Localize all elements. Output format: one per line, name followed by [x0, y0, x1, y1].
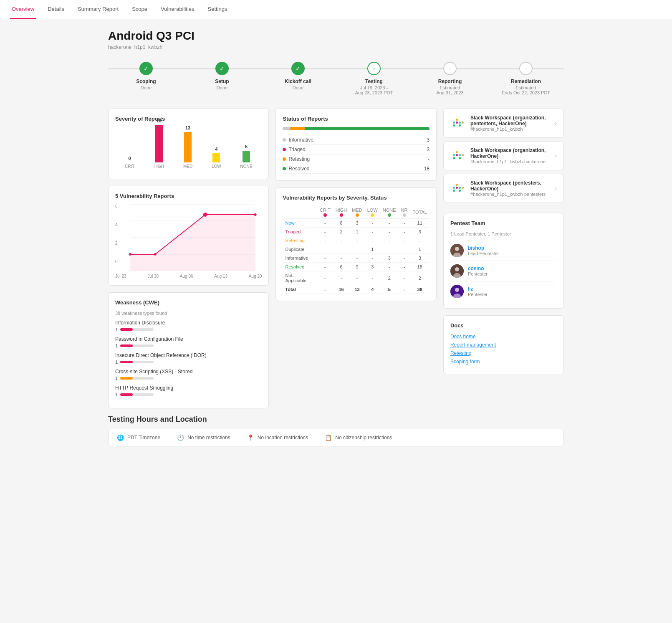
x-label: Aug 06: [180, 274, 193, 279]
slack-workspace-card[interactable]: Slack Workspace (organization, HackerOne…: [443, 141, 564, 170]
vuln-table-header: [283, 206, 317, 219]
vuln-table-row[interactable]: Triaged-21---3: [283, 228, 429, 236]
timeline-step-setup: ✓ Setup Done: [184, 62, 260, 90]
vuln-table-cell[interactable]: Retesting: [283, 236, 317, 245]
svg-rect-13: [456, 119, 458, 121]
nav-item-settings[interactable]: Settings: [206, 0, 229, 19]
svg-point-41: [455, 288, 459, 292]
nav-item-details[interactable]: Details: [46, 0, 66, 19]
status-label: Retesting: [283, 156, 310, 162]
timeline-step-sub: Jul 19, 2023 -Aug 23, 2023 PDT: [355, 85, 393, 95]
vuln-table-cell: 3: [380, 254, 399, 263]
sev-bar: [212, 153, 220, 162]
vuln-table-cell: 1: [349, 228, 364, 236]
svg-rect-20: [453, 157, 455, 159]
vuln-table-row[interactable]: New-83---11: [283, 219, 429, 228]
slack-icon: [450, 116, 465, 131]
svg-rect-28: [453, 190, 455, 192]
vuln-table-cell: -: [399, 245, 410, 254]
docs-link[interactable]: Docs home: [450, 334, 557, 339]
line-chart-svg: [124, 204, 262, 271]
nav-item-summary-report[interactable]: Summary Report: [76, 0, 120, 19]
vuln-table-cell: 2: [410, 271, 429, 285]
vuln-table-cell: 13: [349, 285, 364, 294]
weakness-name: HTTP Request Smuggling: [115, 385, 262, 391]
chevron-right-icon: ›: [555, 185, 557, 192]
vuln-table-cell: -: [317, 236, 333, 245]
status-count: -: [428, 156, 429, 162]
testing-info-icon: 🌐: [117, 434, 124, 441]
vuln-table-cell: -: [349, 254, 364, 263]
status-label: Triaged: [283, 147, 305, 152]
testing-info-row: 🌐 PDT Timezone 🕐 No time restrictions 📍 …: [108, 429, 564, 446]
vuln-table-cell: -: [380, 263, 399, 271]
vuln-table-cell[interactable]: Triaged: [283, 228, 317, 236]
vuln-table-cell: 11: [410, 219, 429, 228]
svg-rect-16: [459, 124, 461, 127]
svg-rect-19: [453, 154, 455, 156]
severity-chart: 0 CRIT 16 HIGH 13 MED 4 LOW 5 NONE: [115, 127, 262, 169]
slack-workspace-card[interactable]: Slack Workspace (pentesters, HackerOne) …: [443, 174, 564, 203]
sev-count: 5: [245, 144, 248, 149]
sev-label: LOW: [212, 164, 221, 169]
weakness-count: 1: [115, 360, 118, 365]
team-subtitle: 1 Lead Pentester, 1 Pentester: [450, 231, 557, 236]
testing-info-icon: 🕐: [177, 434, 184, 441]
severity-card: Severity of Reports 0 CRIT 16 HIGH 13 ME…: [108, 109, 269, 179]
docs-link[interactable]: Scoping form: [450, 359, 557, 365]
member-name[interactable]: bishop: [468, 245, 499, 251]
vuln-table-cell: -: [380, 236, 399, 245]
nav-item-scope[interactable]: Scope: [130, 0, 149, 19]
slack-workspace-card[interactable]: Slack Workspace (organization, pentester…: [443, 109, 564, 138]
nav-item-vulnerabilities[interactable]: Vulnerabilities: [159, 0, 196, 19]
weakness-item: Cross-site Scripting (XSS) - Stored 1: [115, 369, 262, 381]
weakness-count: 1: [115, 392, 118, 397]
svg-marker-5: [130, 215, 255, 271]
timeline-step-sub: Done: [293, 85, 303, 90]
timeline-step-label: Remediation: [511, 79, 541, 84]
weakness-count: 1: [115, 343, 118, 348]
svg-rect-23: [459, 154, 461, 156]
vuln-table-cell: -: [399, 285, 410, 294]
y-label: 2: [115, 241, 118, 246]
member-role: Lead Pentester: [468, 251, 499, 256]
vuln-table-cell[interactable]: Resolved: [283, 263, 317, 271]
docs-link[interactable]: Retesting: [450, 350, 557, 356]
timeline-circle: ✓: [139, 62, 153, 75]
testing-info-label: No time restrictions: [187, 435, 230, 441]
vuln-table-row[interactable]: Resolved-693--18: [283, 263, 429, 271]
vuln-table-row[interactable]: Informative----3-3: [283, 254, 429, 263]
team-member: liz Pentester: [450, 281, 557, 301]
vuln-table-cell: 18: [410, 263, 429, 271]
vuln-table-cell: -: [365, 228, 380, 236]
testing-hours-title: Testing Hours and Location: [108, 415, 564, 424]
page-subtitle: hackerone_h1p1_kwbzh: [108, 44, 564, 50]
slack-name: Slack Workspace (pentesters, HackerOne): [470, 180, 550, 192]
vuln-table-row[interactable]: Duplicate---1--1: [283, 245, 429, 254]
svg-point-38: [455, 267, 459, 271]
vuln-reports-card: 5 Vulnerability Reports 6420: [108, 186, 269, 286]
member-name[interactable]: cosmo: [468, 266, 488, 271]
member-name[interactable]: liz: [468, 286, 488, 292]
avatar: [450, 264, 464, 278]
vuln-table-cell[interactable]: New: [283, 219, 317, 228]
chevron-right-icon: ›: [555, 120, 557, 127]
svg-rect-17: [462, 122, 464, 124]
weakness-count: 1: [115, 327, 118, 332]
vuln-table-row[interactable]: Not-Applicable----2-2: [283, 271, 429, 285]
docs-link[interactable]: Report management: [450, 342, 557, 348]
x-label: Aug 20: [249, 274, 262, 279]
weakness-item: Password in Configuration File 1: [115, 336, 262, 348]
status-count: 3: [427, 137, 429, 143]
main-nav: OverviewDetailsSummary ReportScopeVulner…: [0, 0, 672, 19]
nav-item-overview[interactable]: Overview: [10, 0, 36, 19]
vuln-table-row[interactable]: Retesting-------: [283, 236, 429, 245]
vuln-table-cell: 3: [349, 219, 364, 228]
vuln-table-cell: -: [365, 254, 380, 263]
vuln-table-cell: -: [399, 271, 410, 285]
vuln-table-cell: -: [399, 228, 410, 236]
weakness-subtitle: 38 weakness types found: [115, 311, 262, 316]
svg-point-35: [455, 247, 459, 251]
svg-point-8: [203, 213, 207, 217]
status-dot: [283, 138, 286, 142]
